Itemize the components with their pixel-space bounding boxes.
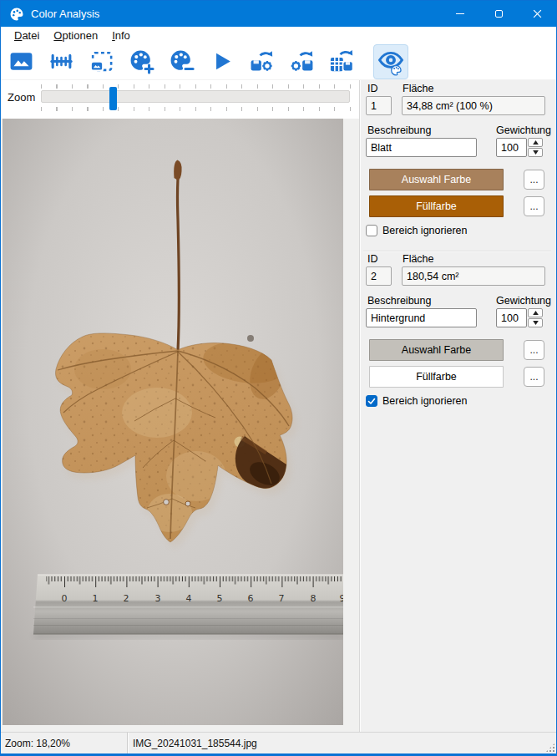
leaf-hole [164,500,170,505]
id-label: ID [367,83,378,94]
ignore-region-row: Bereich ignorieren [366,225,467,236]
status-filename: IMG_20241031_185544.jpg [129,738,556,749]
open-image-button[interactable] [6,47,36,77]
statusbar: Zoom: 18,20% IMG_20241031_185544.jpg [1,732,556,753]
slider-ticks-bottom [41,107,351,111]
id-field[interactable] [366,96,392,115]
area-field[interactable] [402,266,545,286]
spin-up-button[interactable] [528,308,543,317]
app-palette-icon [9,7,24,22]
minimize-icon [456,13,464,14]
menu-info[interactable]: Info [105,28,137,43]
export-table-button[interactable] [327,47,357,77]
app-window: Color Analysis Datei Optionen Info [0,0,557,756]
window-title: Color Analysis [31,8,99,20]
measure-scale-button[interactable] [46,47,76,77]
ruler-image: 0 1 2 3 4 5 6 7 8 9 [33,575,343,638]
left-column: Zoom [1,80,359,732]
zoom-slider-row: Zoom [1,80,359,119]
zoom-label: Zoom [8,91,35,104]
close-button[interactable] [518,1,556,27]
svg-text:4: 4 [186,593,192,604]
maximize-button[interactable] [479,1,518,27]
table-disk-arrow-icon [329,48,355,74]
select-region-button[interactable] [86,47,116,77]
arrow-up-icon [533,311,539,315]
ignore-region-label: Bereich ignorieren [382,225,467,236]
minimize-button[interactable] [441,1,479,27]
arrow-down-icon [533,321,539,325]
description-label: Beschreibung [367,295,431,307]
slider-ticks-top [41,84,351,89]
measure-icon [48,48,74,74]
load-settings-button[interactable] [246,47,276,77]
svg-text:6: 6 [248,593,254,604]
run-analysis-button[interactable] [206,47,236,77]
add-palette-button[interactable] [126,47,156,77]
id-label: ID [367,253,378,265]
close-icon [533,9,542,18]
select-color-more-button[interactable]: ... [524,340,544,360]
ignore-region-checkbox[interactable] [366,395,377,407]
id-field[interactable] [366,266,392,286]
leaf-hole [185,501,190,506]
spin-down-button[interactable] [528,318,543,327]
weight-label: Gewichtung [496,124,551,136]
weight-label: Gewichtung [496,295,551,307]
save-settings-button[interactable] [286,47,316,77]
area-label: Fläche [403,83,434,94]
check-icon [367,397,376,405]
region-group-2: ID Fläche Beschreibung Gewichtung Auswah… [361,253,556,422]
fill-color-button[interactable]: Füllfarbe [369,195,504,217]
svg-text:7: 7 [279,593,285,604]
description-field[interactable] [366,308,477,327]
play-icon [209,48,235,74]
spin-down-button[interactable] [528,148,543,157]
weight-spinner [528,138,543,157]
description-field[interactable] [366,138,477,157]
svg-text:8: 8 [311,593,316,604]
remove-palette-button[interactable] [166,47,196,77]
select-color-button[interactable]: Auswahl Farbe [369,169,504,190]
region-group-1: ID Fläche Beschreibung Gewichtung Auswah… [361,83,556,251]
menubar: Datei Optionen Info [1,27,556,43]
leaf-photo-svg: 0 1 2 3 4 5 6 7 8 9 [3,119,343,725]
select-color-more-button[interactable]: ... [524,170,544,190]
palette-minus-icon [169,48,195,74]
color-overlay-toggle-button[interactable] [373,44,408,79]
fill-color-more-button[interactable]: ... [524,196,544,216]
content-area: Zoom [1,80,556,732]
selection-image-icon [89,48,114,74]
ignore-region-checkbox[interactable] [366,225,377,236]
spin-up-button[interactable] [528,138,543,147]
caption-buttons [441,1,556,27]
svg-text:0: 0 [62,593,68,604]
arrow-up-icon [533,140,539,145]
titlebar: Color Analysis [1,1,556,27]
area-field[interactable] [402,96,545,115]
select-color-button[interactable]: Auswahl Farbe [369,339,504,361]
disk-gear-arrow-icon [249,48,275,74]
menu-datei[interactable]: Datei [8,28,46,43]
zoom-slider[interactable] [41,80,351,119]
group-separator [363,251,551,252]
weight-field[interactable] [496,308,527,327]
menu-optionen[interactable]: Optionen [47,28,104,43]
ignore-region-label: Bereich ignorieren [382,395,467,407]
fill-color-button[interactable]: Füllfarbe [369,366,504,388]
ignore-region-row: Bereich ignorieren [366,395,467,407]
svg-text:3: 3 [155,593,161,604]
area-label: Fläche [403,253,434,265]
slider-track[interactable] [41,90,350,103]
image-viewport[interactable]: 0 1 2 3 4 5 6 7 8 9 [1,119,359,732]
svg-text:1: 1 [93,593,99,604]
arrow-down-icon [533,150,539,155]
leaf-photo[interactable]: 0 1 2 3 4 5 6 7 8 9 [3,119,343,725]
maximize-icon [495,10,503,18]
svg-text:5: 5 [217,593,223,604]
palette-plus-icon [129,48,154,74]
svg-text:9: 9 [340,593,344,604]
description-label: Beschreibung [367,124,431,136]
weight-field[interactable] [496,138,527,157]
fill-color-more-button[interactable]: ... [524,367,544,387]
